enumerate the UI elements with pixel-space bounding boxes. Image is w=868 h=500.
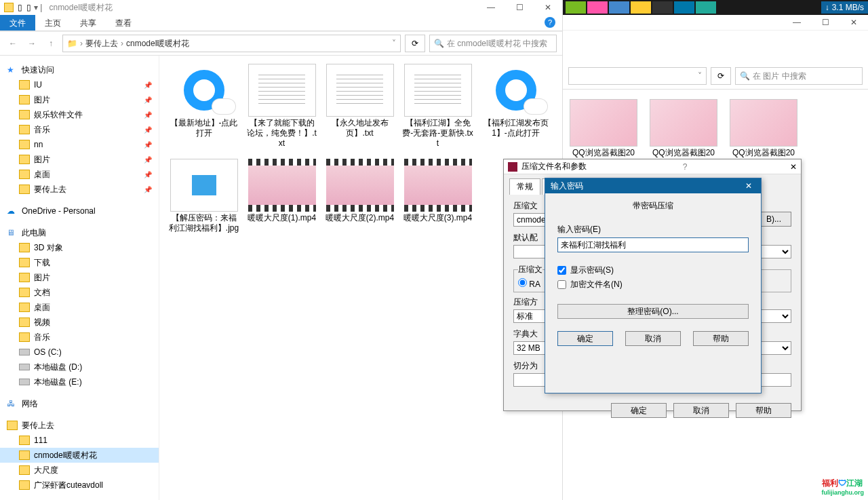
tab-share[interactable]: 共享 xyxy=(71,15,106,31)
close-button[interactable]: ✕ xyxy=(534,0,562,15)
ok-button[interactable]: 确定 xyxy=(611,403,667,418)
sidebar-item[interactable]: 图片📌 xyxy=(0,92,159,107)
sidebar-item[interactable]: 文档 xyxy=(0,285,159,300)
cancel-button[interactable]: 取消 xyxy=(673,403,729,418)
sidebar-item[interactable]: 3D 对象 xyxy=(0,240,159,255)
address-bar[interactable]: 📁 › 要传上去 › cnmodel暖暖村花 ˅ xyxy=(62,35,401,52)
close-button[interactable]: ✕ xyxy=(840,15,868,30)
pin-icon: 📌 xyxy=(144,96,152,104)
cancel-button[interactable]: 取消 xyxy=(625,331,681,346)
folder-icon xyxy=(4,3,14,12)
format-rar-radio[interactable]: RA xyxy=(518,280,540,289)
separator: ▾ | xyxy=(34,3,42,12)
sidebar-item[interactable]: 111 xyxy=(0,433,159,448)
file-item[interactable]: 【福利江湖发布页1】-点此打开 xyxy=(477,61,555,156)
folder-icon xyxy=(19,140,30,149)
show-password-checkbox[interactable]: 显示密码(S) xyxy=(557,265,749,276)
tab-view[interactable]: 查看 xyxy=(106,15,141,31)
dialog-title: 压缩文件名和参数 xyxy=(521,161,587,172)
close-icon[interactable]: ✕ xyxy=(742,181,755,191)
close-icon[interactable]: ✕ xyxy=(790,162,797,172)
sidebar-item[interactable]: 娱乐软件文件📌 xyxy=(0,107,159,122)
sidebar-item[interactable]: 桌面📌 xyxy=(0,167,159,182)
folder-icon xyxy=(19,288,30,297)
onedrive-item[interactable]: ☁OneDrive - Personal xyxy=(0,204,159,218)
sidebar-item[interactable]: 图片 xyxy=(0,270,159,285)
tab-file[interactable]: 文件 xyxy=(0,15,35,31)
file-item[interactable]: 【来了就能下载的论坛，纯免费！】.txt xyxy=(243,61,321,156)
window-controls: — ☐ ✕ xyxy=(477,0,562,15)
sidebar-item[interactable]: 音乐 xyxy=(0,330,159,345)
sidebar-item[interactable]: cnmodel暖暖村花 xyxy=(0,448,159,463)
password-input[interactable] xyxy=(557,237,749,252)
dialog-titlebar: 压缩文件名和参数 ? ✕ xyxy=(504,159,801,174)
refresh-button[interactable]: ⟳ xyxy=(405,35,425,52)
pc-icon: 🖥 xyxy=(7,228,18,237)
help-icon[interactable]: ? xyxy=(545,17,555,28)
search-input[interactable]: 🔍 在 图片 中搜索 xyxy=(735,67,863,85)
file-item[interactable]: 【福利江湖】全免费-无套路-更新快.txt xyxy=(399,61,477,156)
file-item[interactable]: 【永久地址发布页】.txt xyxy=(321,61,399,156)
sidebar-item[interactable]: 大尺度 xyxy=(0,463,159,478)
folder-icon xyxy=(19,170,30,179)
qat-icon[interactable]: ▯ xyxy=(26,3,31,12)
this-pc-item[interactable]: 🖥此电脑 xyxy=(0,225,159,240)
sidebar-item[interactable]: 图片📌 xyxy=(0,152,159,167)
sidebar-item[interactable]: IU📌 xyxy=(0,77,159,92)
file-item[interactable]: 暖暖大尺度(2).mp4 xyxy=(321,156,399,251)
window-title: cnmodel暖暖村花 xyxy=(49,2,112,14)
encrypt-names-checkbox[interactable]: 加密文件名(N) xyxy=(557,279,749,290)
sidebar-item[interactable]: 音乐📌 xyxy=(0,122,159,137)
chevron-down-icon[interactable]: ˅ xyxy=(392,39,396,48)
help-button[interactable]: 帮助 xyxy=(693,331,749,346)
quick-access-header[interactable]: ★快速访问 xyxy=(0,62,159,77)
breadcrumb-segment[interactable]: cnmodel暖暖村花 xyxy=(126,38,189,50)
folder-icon xyxy=(19,258,30,267)
qat-icon[interactable]: ▯ xyxy=(18,3,22,12)
sidebar-item[interactable]: 视频 xyxy=(0,315,159,330)
back-button[interactable]: ← xyxy=(5,36,20,51)
sidebar-item[interactable]: 本地磁盘 (D:) xyxy=(0,360,159,374)
tab-general[interactable]: 常规 xyxy=(509,178,540,195)
search-icon: 🔍 xyxy=(740,71,750,81)
sidebar-item[interactable]: 本地磁盘 (E:) xyxy=(0,374,159,389)
help-icon[interactable]: ? xyxy=(683,162,688,172)
up-button[interactable]: ↑ xyxy=(43,36,58,51)
file-item[interactable]: 【最新地址】-点此打开 xyxy=(165,61,243,156)
refresh-button[interactable]: ⟳ xyxy=(711,67,731,85)
forward-button[interactable]: → xyxy=(24,36,39,51)
sidebar-item[interactable]: 要传上去📌 xyxy=(0,182,159,197)
minimize-button[interactable]: — xyxy=(783,15,811,30)
pin-icon: 📌 xyxy=(144,186,152,193)
titlebar: ▯ ▯ ▾ | cnmodel暖暖村花 — ☐ ✕ xyxy=(0,0,562,15)
folder-icon xyxy=(19,465,30,475)
maximize-button[interactable]: ☐ xyxy=(505,0,534,15)
file-name: 【永久地址发布页】.txt xyxy=(323,118,396,138)
breadcrumb-segment[interactable]: 要传上去 xyxy=(85,38,118,50)
organize-passwords-button[interactable]: 整理密码(O)... xyxy=(557,304,749,319)
sidebar-item[interactable]: nn📌 xyxy=(0,137,159,152)
file-item[interactable]: 暖暖大尺度(3).mp4 xyxy=(399,156,477,251)
sidebar-item[interactable]: 下载 xyxy=(0,255,159,270)
tab-home[interactable]: 主页 xyxy=(35,15,71,31)
drive-icon xyxy=(19,349,30,355)
file-item[interactable]: 【解压密码：来福利江湖找福利】.jpg xyxy=(165,156,243,251)
sidebar-item[interactable]: 广深虾酱cuteavdoll xyxy=(0,478,159,493)
sidebar-item[interactable]: 桌面 xyxy=(0,300,159,315)
folder-icon xyxy=(19,80,30,90)
ribbon-tabs: 文件 主页 共享 查看 ? xyxy=(0,15,562,31)
watermark: 福利🛡江湖 fulijianghu.org xyxy=(822,476,865,496)
file-item[interactable]: 暖暖大尺度(1).mp4 xyxy=(243,156,321,251)
ok-button[interactable]: 确定 xyxy=(557,331,613,346)
folder-icon xyxy=(19,273,30,282)
network-item[interactable]: 🖧网络 xyxy=(0,396,159,411)
minimize-button[interactable]: — xyxy=(477,0,505,15)
titlebar: — ☐ ✕ xyxy=(563,15,868,30)
search-input[interactable]: 🔍 在 cnmodel暖暖村花 中搜索 xyxy=(429,35,557,52)
address-bar[interactable]: ˅ xyxy=(568,67,707,85)
folder-tree-root[interactable]: 要传上去 xyxy=(0,418,159,433)
file-name: 暖暖大尺度(2).mp4 xyxy=(326,213,394,223)
help-button[interactable]: 帮助 xyxy=(736,403,791,418)
maximize-button[interactable]: ☐ xyxy=(811,15,840,30)
sidebar-item[interactable]: OS (C:) xyxy=(0,345,159,360)
